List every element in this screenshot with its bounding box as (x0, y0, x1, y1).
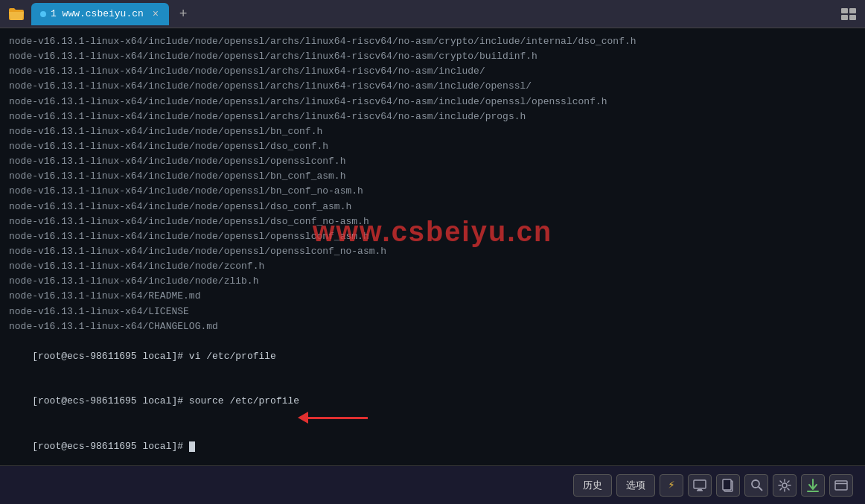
terminal-line: node-v16.13.1-linux-x64/include/node/ope… (9, 139, 856, 154)
bottom-toolbar: 历史 选项 ⚡ (0, 465, 865, 504)
terminal-line: node-v16.13.1-linux-x64/include/node/ope… (9, 64, 856, 79)
terminal-line: node-v16.13.1-linux-x64/include/node/ope… (9, 244, 856, 259)
terminal-line: node-v16.13.1-linux-x64/include/node/ope… (9, 229, 856, 244)
history-button[interactable]: 历史 (573, 474, 612, 497)
download-icon-button[interactable] (801, 474, 825, 497)
terminal-line: node-v16.13.1-linux-x64/include/node/ope… (9, 200, 856, 214)
terminal-output: node-v16.13.1-linux-x64/include/node/ope… (0, 28, 865, 465)
svg-rect-3 (849, 15, 856, 20)
title-bar: 1 www.csbeiyu.cn × + (0, 0, 865, 28)
browser-tab[interactable]: 1 www.csbeiyu.cn × (31, 3, 169, 25)
copy-icon-button[interactable] (716, 474, 740, 497)
terminal-line: node-v16.13.1-linux-x64/include/node/zco… (9, 259, 856, 274)
command-line-1: [root@ecs-98611695 local]# vi /etc/profi… (9, 334, 856, 379)
terminal-line: node-v16.13.1-linux-x64/include/node/ope… (9, 49, 856, 64)
grid-view-icon[interactable] (838, 4, 859, 25)
terminal-line: node-v16.13.1-linux-x64/include/node/ope… (9, 95, 856, 109)
terminal-line: node-v16.13.1-linux-x64/include/node/zli… (9, 274, 856, 289)
terminal-line: node-v16.13.1-linux-x64/include/node/ope… (9, 109, 856, 124)
options-button[interactable]: 选项 (616, 474, 655, 497)
terminal-line: node-v16.13.1-linux-x64/README.md (9, 289, 856, 304)
cursor (189, 441, 195, 452)
terminal-line: node-v16.13.1-linux-x64/include/node/ope… (9, 154, 856, 169)
search-icon-button[interactable] (744, 474, 768, 497)
prompt-2: [root@ecs-98611695 local]# (32, 395, 183, 406)
settings-icon-button[interactable] (773, 474, 797, 497)
svg-rect-4 (694, 480, 706, 488)
terminal-line: node-v16.13.1-linux-x64/include/node/ope… (9, 79, 856, 94)
terminal-line: node-v16.13.1-linux-x64/CHANGELOG.md (9, 319, 856, 334)
tab-label: 1 www.csbeiyu.cn (51, 8, 144, 19)
lightning-icon-button[interactable]: ⚡ (660, 474, 683, 497)
prompt-3: [root@ecs-98611695 local]# (32, 441, 183, 452)
svg-rect-2 (841, 15, 848, 20)
title-bar-right (838, 4, 859, 25)
command-line-3[interactable]: [root@ecs-98611695 local]# (9, 424, 856, 465)
terminal-line: node-v16.13.1-linux-x64/include/node/ope… (9, 34, 856, 49)
tab-indicator (40, 11, 46, 17)
svg-point-11 (782, 483, 787, 488)
prompt-1: [root@ecs-98611695 local]# (32, 351, 183, 362)
maximize-icon-button[interactable] (829, 474, 853, 497)
tab-close-button[interactable]: × (151, 8, 160, 20)
monitor-icon-button[interactable] (688, 474, 712, 497)
svg-line-10 (759, 487, 762, 491)
terminal-line: node-v16.13.1-linux-x64/include/node/ope… (9, 124, 856, 139)
terminal-lines: node-v16.13.1-linux-x64/include/node/ope… (9, 34, 856, 334)
folder-icon[interactable] (6, 4, 27, 25)
terminal-line: node-v16.13.1-linux-x64/LICENSE (9, 304, 856, 319)
command-text-2: source /etc/profile (183, 395, 299, 406)
command-text-3 (183, 441, 189, 452)
svg-rect-14 (835, 481, 847, 490)
svg-rect-0 (841, 8, 848, 13)
terminal-line: node-v16.13.1-linux-x64/include/node/ope… (9, 184, 856, 199)
terminal-line: node-v16.13.1-linux-x64/include/node/ope… (9, 169, 856, 184)
command-text-1: vi /etc/profile (183, 351, 276, 362)
terminal-line: node-v16.13.1-linux-x64/include/node/ope… (9, 214, 856, 229)
svg-rect-1 (849, 8, 856, 13)
svg-point-9 (752, 480, 759, 488)
svg-rect-8 (723, 479, 731, 490)
command-line-2: [root@ecs-98611695 local]# source /etc/p… (9, 379, 856, 424)
new-tab-button[interactable]: + (173, 4, 193, 24)
